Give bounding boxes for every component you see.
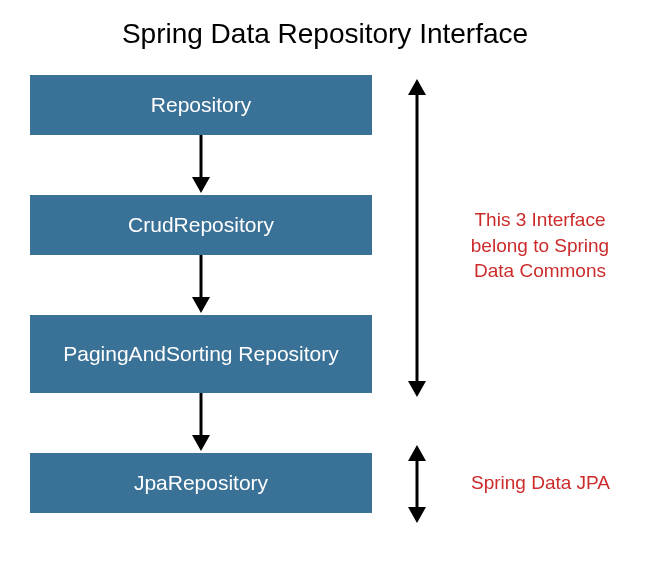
bracket-arrow-icon (402, 79, 432, 401)
node-label: PagingAndSorting Repository (63, 341, 339, 367)
svg-marker-10 (408, 445, 426, 461)
arrow-down-icon (189, 393, 213, 457)
node-label: Repository (151, 92, 251, 118)
node-label: JpaRepository (134, 470, 268, 496)
annotation-data-commons: This 3 Interface belong to Spring Data C… (450, 207, 630, 284)
annotation-data-jpa: Spring Data JPA (448, 470, 633, 496)
node-crud-repository: CrudRepository (30, 195, 372, 255)
page-title: Spring Data Repository Interface (0, 0, 650, 70)
node-repository: Repository (30, 75, 372, 135)
svg-marker-7 (408, 79, 426, 95)
arrow-down-icon (189, 255, 213, 319)
node-jpa-repository: JpaRepository (30, 453, 372, 513)
svg-marker-8 (408, 381, 426, 397)
svg-marker-11 (408, 507, 426, 523)
svg-marker-1 (192, 177, 210, 193)
svg-marker-3 (192, 297, 210, 313)
svg-marker-5 (192, 435, 210, 451)
node-label: CrudRepository (128, 212, 274, 238)
node-paging-sorting-repository: PagingAndSorting Repository (30, 315, 372, 393)
bracket-arrow-icon (402, 445, 432, 527)
arrow-down-icon (189, 135, 213, 199)
